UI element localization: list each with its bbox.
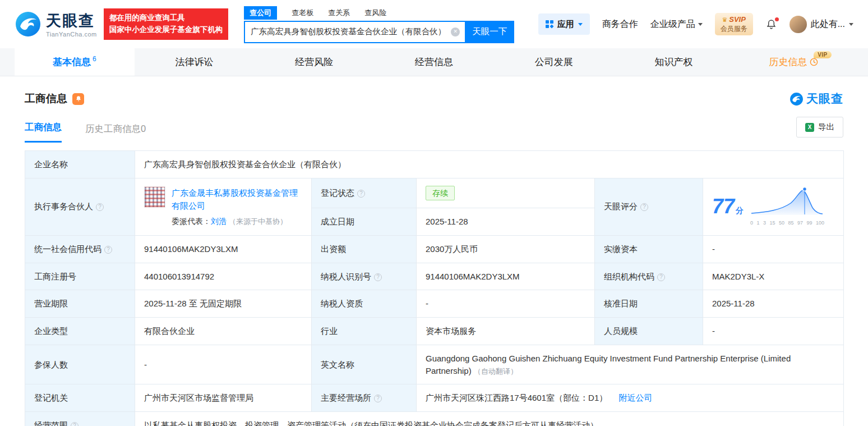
field-label-company-type: 企业类型 bbox=[25, 318, 135, 345]
field-label-company-name: 企业名称 bbox=[25, 151, 135, 178]
field-value-registration-number: 440106013914792 bbox=[135, 263, 312, 290]
tab-operating-info[interactable]: 经营信息 bbox=[374, 48, 494, 76]
site-header: 天眼查 TianYanCha.com 都在用的商业查询工具 国家中小企业发展子基… bbox=[0, 0, 868, 48]
search-tab-boss[interactable]: 查老板 bbox=[292, 6, 313, 20]
field-value-taxpayer-id: 91440106MAK2DY3LXM bbox=[417, 263, 595, 290]
search-button[interactable]: 天眼一下 bbox=[465, 21, 514, 43]
search-tab-relation[interactable]: 查关系 bbox=[328, 6, 350, 20]
company-nav-tabs: 基本信息 6 法律诉讼 经营风险 经营信息 公司发展 知识产权 VIP 历史信息 bbox=[0, 48, 868, 76]
delegate-link[interactable]: 刘浩 bbox=[211, 217, 227, 226]
tab-basic-info[interactable]: 基本信息 6 bbox=[15, 48, 135, 76]
promo-line1: 都在用的商业查询工具 bbox=[109, 12, 223, 24]
field-value-registration-status: 存续 bbox=[417, 178, 595, 208]
help-icon[interactable]: ? bbox=[96, 203, 104, 211]
subtab-history-business-info[interactable]: 历史工商信息0 bbox=[85, 123, 146, 143]
score-curve-chart[interactable]: 0131550859799100 bbox=[750, 186, 824, 227]
tab-intellectual-property[interactable]: 知识产权 bbox=[614, 48, 734, 76]
field-value-taxpayer-quality: - bbox=[417, 290, 595, 318]
field-label-business-scope: 经营范围? bbox=[25, 412, 135, 426]
field-label-establishment-date: 成立日期 bbox=[312, 208, 417, 236]
help-icon[interactable]: ? bbox=[71, 422, 79, 426]
tianyancha-logo[interactable]: 天眼查 TianYanCha.com bbox=[15, 11, 97, 38]
enterprise-products-label: 企业级产品 bbox=[650, 19, 695, 30]
user-name: 此处有... bbox=[811, 19, 845, 30]
help-icon[interactable]: ? bbox=[374, 273, 382, 281]
field-value-establishment-date: 2025-11-28 bbox=[417, 208, 595, 236]
help-icon[interactable]: ? bbox=[657, 273, 665, 281]
business-info-subtabs: 工商信息 历史工商信息0 导出 bbox=[25, 121, 843, 143]
field-value-industry: 资本市场服务 bbox=[417, 318, 595, 345]
tianyancha-logo-icon bbox=[15, 11, 41, 38]
score-value: 77分 bbox=[712, 196, 744, 217]
apps-menu[interactable]: 应用 bbox=[538, 13, 590, 35]
nearby-companies-link[interactable]: 附近公司 bbox=[618, 393, 652, 402]
business-info-table: 企业名称 广东高宏具身智创股权投资基金合伙企业（有限合伙） 执行事务合伙人? 广… bbox=[25, 150, 844, 426]
section-header: 工商信息 天眼查 bbox=[25, 91, 843, 107]
apps-grid-icon bbox=[546, 20, 553, 28]
search-input[interactable] bbox=[244, 21, 465, 43]
apps-label: 应用 bbox=[557, 19, 574, 30]
promo-banner: 都在用的商业查询工具 国家中小企业发展子基金旗下机构 bbox=[104, 8, 229, 40]
link-business-cooperation[interactable]: 商务合作 bbox=[602, 19, 638, 30]
table-row: 企业类型 有限合伙企业 行业 资本市场服务 人员规模 - bbox=[25, 318, 844, 345]
subtab-business-info[interactable]: 工商信息 bbox=[25, 121, 62, 143]
table-row: 营业期限 2025-11-28 至 无固定期限 纳税人资质 - 核准日期 202… bbox=[25, 290, 844, 318]
crown-icon: ♛ bbox=[722, 16, 727, 24]
field-label-registration-status: 登记状态? bbox=[312, 178, 417, 208]
field-label-executive-partner: 执行事务合伙人? bbox=[25, 178, 135, 235]
svip-member-badge[interactable]: ♛ SVIP 会员服务 bbox=[715, 13, 753, 35]
history-clock-icon bbox=[810, 58, 818, 66]
field-label-tianyan-score: 天眼评分? bbox=[595, 178, 703, 235]
auto-translate-note: （自动翻译） bbox=[474, 367, 518, 375]
field-value-approval-date: 2025-11-28 bbox=[703, 290, 844, 318]
logo-text: 天眼查 TianYanCha.com bbox=[46, 11, 97, 38]
search-row: 天眼一下 bbox=[244, 21, 514, 43]
field-value-business-scope: 以私募基金从事股权投资、投资管理、资产管理等活动（须在中国证券投资基金业协会完成… bbox=[135, 412, 844, 426]
partner-company-link[interactable]: 广东金晟丰私募股权投资基金管理有限公司 bbox=[172, 188, 298, 210]
table-row: 经营范围? 以私募基金从事股权投资、投资管理、资产管理等活动（须在中国证券投资基… bbox=[25, 412, 844, 426]
search-tabs: 查公司 查老板 查关系 查风险 bbox=[244, 6, 514, 20]
partner-company-logo bbox=[144, 186, 165, 208]
tab-operating-risk-label: 经营风险 bbox=[295, 56, 333, 68]
watermark-logo: 天眼查 bbox=[789, 91, 843, 107]
link-enterprise-products[interactable]: 企业级产品 bbox=[650, 19, 703, 30]
field-label-english-name: 英文名称 bbox=[312, 345, 417, 384]
field-label-staff-size: 人员规模 bbox=[595, 318, 703, 345]
help-icon[interactable]: ? bbox=[104, 246, 112, 254]
table-row: 参保人数 - 英文名称 Guangdong Gaohong Guishen Zh… bbox=[25, 345, 844, 384]
search-tab-risk[interactable]: 查风险 bbox=[364, 6, 386, 20]
tab-company-development[interactable]: 公司发展 bbox=[494, 48, 614, 76]
tab-history-info[interactable]: VIP 历史信息 bbox=[733, 48, 853, 76]
tab-operating-risk[interactable]: 经营风险 bbox=[254, 48, 374, 76]
field-value-english-name: Guangdong Gaohong Guishen Zhichuang Equi… bbox=[417, 345, 844, 384]
field-value-tianyan-score: 77分 01315508597991 bbox=[703, 178, 844, 235]
subscribe-bell-icon[interactable] bbox=[72, 93, 84, 105]
tab-legal-proceedings[interactable]: 法律诉讼 bbox=[135, 48, 255, 76]
field-label-insured-count: 参保人数 bbox=[25, 345, 135, 384]
table-row: 企业名称 广东高宏具身智创股权投资基金合伙企业（有限合伙） bbox=[25, 151, 844, 178]
field-label-industry: 行业 bbox=[312, 318, 417, 345]
chevron-down-icon bbox=[578, 23, 583, 26]
field-label-taxpayer-id: 纳税人识别号? bbox=[312, 263, 417, 290]
help-icon[interactable]: ? bbox=[640, 203, 648, 211]
promo-line2: 国家中小企业发展子基金旗下机构 bbox=[109, 24, 223, 36]
user-avatar bbox=[789, 16, 807, 33]
user-menu[interactable]: 此处有... bbox=[789, 16, 853, 33]
search-tab-company[interactable]: 查公司 bbox=[244, 6, 277, 20]
field-label-business-term: 营业期限 bbox=[25, 290, 135, 318]
section-title: 工商信息 bbox=[25, 91, 67, 106]
help-icon[interactable]: ? bbox=[357, 190, 365, 198]
chevron-down-icon bbox=[698, 23, 703, 26]
export-button[interactable]: 导出 bbox=[796, 117, 843, 138]
search-area: 查公司 查老板 查关系 查风险 天眼一下 bbox=[244, 6, 514, 43]
clear-icon[interactable] bbox=[451, 28, 460, 36]
svip-label: SVIP bbox=[729, 15, 746, 24]
field-value-business-address: 广州市天河区珠江西路17号4601室（部位：D1） 附近公司 bbox=[417, 384, 844, 412]
watermark-logo-text: 天眼查 bbox=[806, 91, 843, 107]
notifications-bell[interactable] bbox=[765, 19, 777, 30]
field-value-company-name: 广东高宏具身智创股权投资基金合伙企业（有限合伙） bbox=[135, 151, 844, 178]
field-value-insured-count: - bbox=[135, 345, 312, 384]
field-value-company-type: 有限合伙企业 bbox=[135, 318, 312, 345]
member-service-label: 会员服务 bbox=[721, 25, 747, 33]
help-icon[interactable]: ? bbox=[374, 395, 382, 402]
